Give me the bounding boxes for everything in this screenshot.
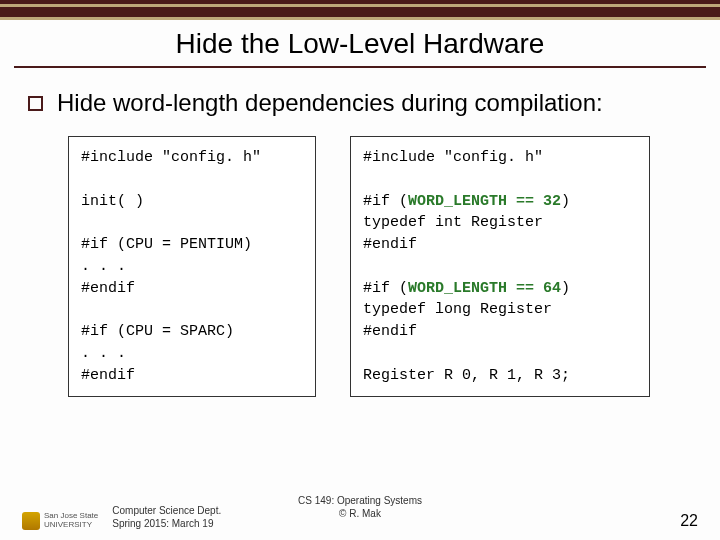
footer-course: CS 149: Operating Systems bbox=[298, 494, 422, 507]
slide-title: Hide the Low-Level Hardware bbox=[0, 28, 720, 60]
logo-icon bbox=[22, 512, 40, 530]
page-number: 22 bbox=[680, 512, 698, 530]
code-box-right: #include "config. h" #if (WORD_LENGTH ==… bbox=[350, 136, 650, 397]
logo-line2: UNIVERSITY bbox=[44, 521, 98, 530]
footer-dept: Computer Science Dept. bbox=[112, 504, 221, 517]
decorative-top-bars bbox=[0, 0, 720, 20]
university-logo: San Jose State UNIVERSITY bbox=[22, 512, 98, 530]
footer-author: © R. Mak bbox=[298, 507, 422, 520]
footer-term: Spring 2015: March 19 bbox=[112, 517, 221, 530]
bullet-icon bbox=[28, 96, 43, 111]
lead-text: Hide word-length dependencies during com… bbox=[57, 88, 603, 118]
code-box-left: #include "config. h" init( ) #if (CPU = … bbox=[68, 136, 316, 397]
